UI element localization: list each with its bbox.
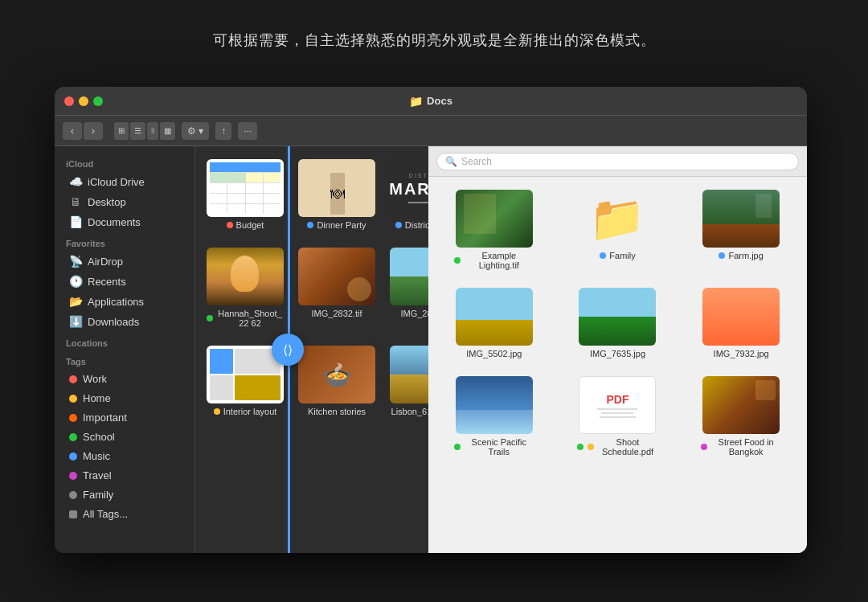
interior-dot (214, 408, 220, 415)
file-dinner-party-label: Dinner Party (307, 220, 366, 230)
street-dot (701, 444, 707, 450)
file-img2832-label: IMG_2832.tif (312, 309, 362, 318)
sidebar-label-recents: Recents (88, 276, 126, 288)
family-dot (600, 252, 606, 259)
swap-button[interactable]: ⟨⟩ (272, 334, 304, 366)
forward-button[interactable]: › (84, 122, 103, 140)
sidebar-label-music: Music (83, 450, 110, 462)
file-interior-label: Interior layout (214, 407, 277, 416)
light-file-grid: Example Lighting.tif 📁 Family (428, 177, 807, 553)
search-bar[interactable]: 🔍 Search (436, 153, 799, 170)
sidebar-item-documents[interactable]: 📄 Documents (58, 212, 191, 231)
schedule-dot1 (577, 444, 583, 450)
file-dinner-party[interactable]: 🍽 Dinner Party (295, 154, 379, 235)
travel-tag-dot (69, 472, 77, 480)
sidebar-label-applications: Applications (88, 296, 144, 308)
file-street-food[interactable]: Street Food in Bangkok (683, 371, 799, 461)
gallery-view-button[interactable]: ▦ (160, 122, 175, 140)
sidebar-item-school[interactable]: School (58, 428, 191, 446)
applications-icon: 📂 (69, 295, 82, 308)
back-button[interactable]: ‹ (63, 122, 82, 140)
important-tag-dot (69, 414, 77, 422)
search-icon: 🔍 (445, 156, 457, 167)
file-scenic[interactable]: Scenic Pacific Trails (436, 371, 552, 461)
airdrop-icon: 📡 (69, 255, 82, 268)
file-example-lighting[interactable]: Example Lighting.tif (436, 185, 552, 275)
file-farm-label: Farm.jpg (719, 251, 763, 260)
share-button[interactable]: ↑ (215, 122, 231, 140)
file-district-market[interactable]: DISTRICT MARKET District Market (387, 154, 428, 235)
icloud-drive-icon: ☁️ (69, 175, 82, 188)
district-dot (395, 222, 402, 228)
toolbar: ‹ › ⊞ ☰ ⫴ ▦ ⚙ ▾ ↑ ··· (55, 116, 807, 146)
recents-icon: 🕐 (69, 275, 82, 288)
sidebar-item-music[interactable]: Music (58, 447, 191, 465)
sidebar-item-travel[interactable]: Travel (58, 466, 191, 485)
file-example-lighting-label: Example Lighting.tif (454, 251, 534, 270)
icloud-section-title: iCloud (55, 153, 194, 171)
search-placeholder: Search (461, 156, 492, 167)
file-farm[interactable]: Farm.jpg (683, 185, 799, 275)
sidebar-item-work[interactable]: Work (58, 370, 191, 388)
title-bar: 📁 Docs (55, 87, 807, 116)
nav-buttons: ‹ › (63, 122, 103, 140)
file-img2839-label: IMG_2839.jpg (400, 309, 428, 318)
schedule-dot2 (588, 444, 594, 450)
sidebar-item-family[interactable]: Family (58, 485, 191, 504)
file-img5502[interactable]: IMG_5502.jpg (436, 283, 552, 363)
file-img7635[interactable]: IMG_7635.jpg (560, 283, 676, 363)
dark-file-grid: Budget 🍽 Dinner Party D (195, 146, 428, 553)
tags-section-title: Tags (55, 350, 194, 369)
file-budget[interactable]: Budget (203, 154, 287, 235)
maximize-button[interactable] (93, 96, 103, 106)
sidebar-label-downloads: Downloads (88, 316, 139, 328)
list-view-button[interactable]: ☰ (130, 122, 145, 140)
sidebar-item-home[interactable]: Home (58, 389, 191, 407)
right-toolbar: 🔍 Search (428, 146, 807, 177)
file-lisbon-label: Lisbon_61395.mov (391, 407, 428, 416)
file-shoot-schedule[interactable]: PDF Shoot Schedule.pdf (560, 371, 676, 461)
file-img7932-label: IMG_7932.jpg (714, 349, 769, 358)
close-button[interactable] (64, 96, 74, 106)
file-img2839[interactable]: IMG_2839.jpg (387, 243, 428, 333)
file-img2832[interactable]: IMG_2832.tif (295, 243, 379, 333)
folder-icon: 📁 (409, 95, 423, 108)
lighting-dot (454, 257, 461, 264)
action-button[interactable]: ··· (238, 122, 257, 140)
file-family-folder[interactable]: 📁 Family (560, 185, 676, 275)
sidebar-item-important[interactable]: Important (58, 408, 191, 427)
documents-icon: 📄 (69, 215, 82, 228)
desktop-icon: 🖥 (69, 195, 82, 208)
downloads-icon: ⬇️ (69, 315, 82, 328)
swap-icon: ⟨⟩ (283, 342, 293, 358)
sidebar-item-applications[interactable]: 📂 Applications (58, 292, 191, 311)
sidebar-label-travel: Travel (83, 469, 112, 481)
sidebar-label-home: Home (83, 392, 111, 404)
sidebar-item-desktop[interactable]: 🖥 Desktop (58, 192, 191, 211)
settings-button[interactable]: ⚙ ▾ (182, 122, 209, 140)
sidebar-item-icloud-drive[interactable]: ☁️ iCloud Drive (58, 172, 191, 191)
locations-section-title: Locations (55, 332, 194, 350)
view-controls: ⊞ ☰ ⫴ ▦ (114, 122, 175, 140)
file-lisbon[interactable]: Lisbon_61395.mov (387, 341, 428, 421)
home-tag-dot (69, 395, 77, 403)
grid-view-button[interactable]: ⊞ (114, 122, 129, 140)
column-view-button[interactable]: ⫴ (147, 122, 158, 140)
file-budget-label: Budget (227, 220, 264, 230)
file-district-market-label: District Market (395, 220, 428, 230)
sidebar-item-airdrop[interactable]: 📡 AirDrop (58, 252, 191, 271)
file-hannah-shoot[interactable]: Hannah_Shoot_22 62 (203, 243, 287, 333)
minimize-button[interactable] (79, 96, 88, 106)
sidebar-item-downloads[interactable]: ⬇️ Downloads (58, 312, 191, 331)
favorites-section-title: Favorites (55, 232, 194, 251)
sidebar-item-all-tags[interactable]: All Tags... (58, 505, 191, 523)
sidebar-item-recents[interactable]: 🕐 Recents (58, 272, 191, 291)
file-img7932[interactable]: IMG_7932.jpg (683, 283, 799, 363)
top-description: 可根据需要，自主选择熟悉的明亮外观或是全新推出的深色模式。 (0, 0, 868, 50)
sidebar-label-all-tags: All Tags... (83, 508, 128, 520)
hannah-dot (207, 315, 213, 321)
file-img5502-label: IMG_5502.jpg (466, 349, 522, 358)
file-scenic-label: Scenic Pacific Trails (454, 437, 534, 457)
file-kitchen-stories[interactable]: 🍲 Kitchen stories (295, 341, 379, 421)
work-tag-dot (69, 375, 77, 383)
